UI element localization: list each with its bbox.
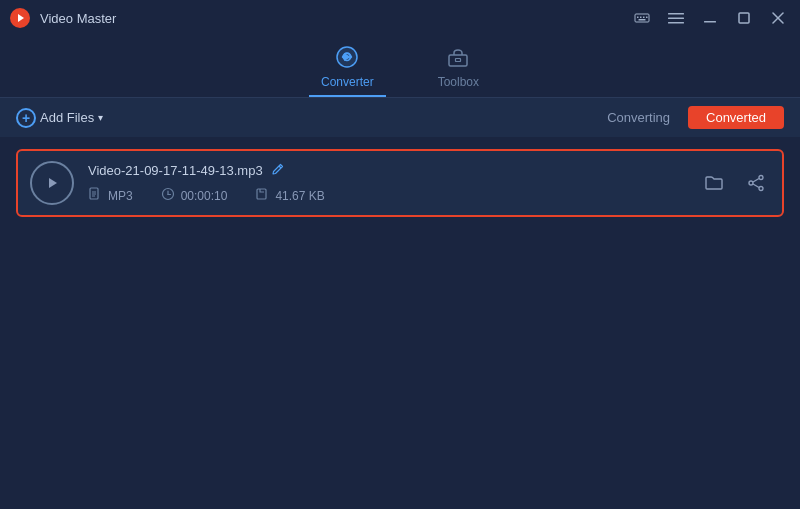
file-info: Video-21-09-17-11-49-13.mp3 MP3 (88, 162, 686, 204)
svg-rect-11 (704, 21, 716, 23)
svg-marker-20 (49, 178, 57, 188)
edit-icon[interactable] (271, 162, 285, 179)
duration-value: 00:00:10 (181, 189, 228, 203)
duration-meta: 00:00:10 (161, 187, 228, 204)
main-nav: Converter Toolbox (0, 36, 800, 98)
svg-rect-6 (646, 17, 648, 19)
svg-rect-8 (668, 13, 684, 15)
svg-rect-12 (739, 13, 749, 23)
content-area: Video-21-09-17-11-49-13.mp3 MP3 (0, 137, 800, 229)
toolbox-tab-label: Toolbox (438, 75, 479, 89)
title-bar: Video Master (0, 0, 800, 36)
toolbar: + Add Files ▾ Converting Converted (0, 98, 800, 137)
file-actions (700, 169, 770, 197)
converted-tab[interactable]: Converted (688, 106, 784, 129)
svg-line-21 (279, 166, 281, 168)
toolbox-icon (447, 46, 469, 73)
size-value: 41.67 KB (275, 189, 324, 203)
play-button[interactable] (30, 161, 74, 205)
file-name: Video-21-09-17-11-49-13.mp3 (88, 163, 263, 178)
file-name-row: Video-21-09-17-11-49-13.mp3 (88, 162, 686, 179)
plus-circle-icon: + (16, 108, 36, 128)
clock-icon (161, 187, 175, 204)
svg-rect-18 (449, 55, 467, 66)
size-meta: 41.67 KB (255, 187, 324, 204)
tab-converter[interactable]: Converter (309, 42, 386, 97)
svg-line-34 (753, 184, 759, 188)
app-logo (8, 6, 32, 30)
file-item: Video-21-09-17-11-49-13.mp3 MP3 (16, 149, 784, 217)
converter-icon (336, 46, 358, 73)
minimize-button[interactable] (696, 7, 724, 29)
file-meta: MP3 00:00:10 41.67 KB (88, 187, 686, 204)
open-folder-button[interactable] (700, 169, 728, 197)
svg-rect-29 (257, 189, 266, 199)
svg-rect-3 (637, 17, 639, 19)
svg-point-32 (759, 187, 763, 191)
svg-rect-10 (668, 22, 684, 24)
converter-tab-label: Converter (321, 75, 374, 89)
add-files-label: Add Files (40, 110, 94, 125)
tab-toolbox[interactable]: Toolbox (426, 42, 491, 97)
format-icon (88, 187, 102, 204)
format-value: MP3 (108, 189, 133, 203)
filesize-icon (255, 187, 269, 204)
svg-point-30 (759, 176, 763, 180)
maximize-button[interactable] (730, 7, 758, 29)
svg-rect-9 (668, 18, 684, 20)
format-meta: MP3 (88, 187, 133, 204)
svg-rect-5 (643, 17, 645, 19)
keyboard-button[interactable] (628, 7, 656, 29)
menu-button[interactable] (662, 7, 690, 29)
svg-line-33 (753, 179, 759, 183)
app-title: Video Master (40, 11, 116, 26)
title-bar-controls (628, 7, 792, 29)
close-button[interactable] (764, 7, 792, 29)
add-files-button[interactable]: + Add Files ▾ (16, 108, 103, 128)
sub-tabs: Converting Converted (589, 106, 784, 129)
share-button[interactable] (742, 169, 770, 197)
converting-tab[interactable]: Converting (589, 106, 688, 129)
dropdown-arrow-icon: ▾ (98, 112, 103, 123)
title-bar-left: Video Master (8, 6, 116, 30)
svg-rect-4 (640, 17, 642, 19)
svg-point-31 (749, 181, 753, 185)
svg-rect-7 (639, 19, 646, 21)
svg-rect-19 (456, 59, 461, 62)
